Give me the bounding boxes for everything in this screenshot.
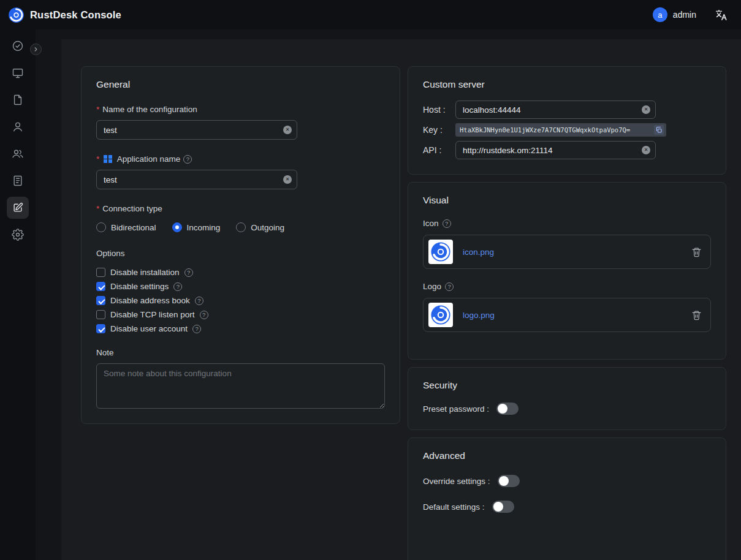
- preset-password-row: Preset password :: [423, 403, 711, 415]
- checkbox-disable-address-book[interactable]: Disable address book ?: [96, 296, 385, 305]
- default-settings-label: Default settings :: [423, 502, 485, 512]
- checkbox-disable-user-account[interactable]: Disable user account ?: [96, 324, 385, 333]
- logo-label-row: Logo ?: [423, 282, 711, 291]
- api-row: API : ✕: [423, 141, 711, 159]
- required-asterisk: [96, 204, 99, 213]
- override-settings-row: Override settings :: [423, 475, 711, 487]
- host-label: Host :: [423, 105, 455, 115]
- radio-bidirectional[interactable]: Bidirectional: [96, 222, 156, 232]
- field-label-text: Application name: [117, 154, 181, 164]
- override-settings-label: Override settings :: [423, 477, 490, 486]
- radio-icon: [172, 222, 182, 232]
- preset-password-label: Preset password :: [423, 404, 489, 414]
- sidebar-item-groups[interactable]: [7, 143, 29, 165]
- help-icon[interactable]: ?: [184, 268, 193, 277]
- file-icon: [12, 94, 24, 106]
- help-icon[interactable]: ?: [173, 282, 182, 291]
- delete-icon[interactable]: [691, 310, 702, 320]
- app-name-input[interactable]: [96, 170, 297, 189]
- sidebar-item-dashboard[interactable]: [7, 35, 29, 57]
- sidebar-item-audit-logs[interactable]: [7, 170, 29, 192]
- field-label-text: Name of the configuration: [102, 105, 197, 114]
- clear-icon[interactable]: ✕: [283, 175, 292, 184]
- security-title: Security: [423, 380, 711, 391]
- key-label: Key :: [423, 125, 455, 135]
- header: RustDesk Console a admin: [0, 0, 741, 29]
- icon-upload-box[interactable]: icon.png: [423, 235, 711, 269]
- app-title: RustDesk Console: [30, 9, 121, 21]
- sidebar-expand-button[interactable]: [30, 44, 42, 55]
- checkbox-icon: [96, 268, 105, 277]
- header-actions: a admin: [653, 7, 728, 22]
- config-name-input[interactable]: [96, 120, 297, 140]
- sidebar-item-custom-clients[interactable]: [7, 197, 29, 219]
- config-name-field: Name of the configuration ✕: [96, 105, 385, 140]
- help-icon[interactable]: ?: [195, 297, 203, 305]
- note-textarea[interactable]: [96, 363, 385, 409]
- radio-label: Bidirectional: [111, 223, 156, 232]
- default-settings-toggle[interactable]: [492, 501, 514, 513]
- radio-outgoing[interactable]: Outgoing: [236, 222, 284, 232]
- icon-label: Icon: [423, 219, 439, 228]
- logo-upload-box[interactable]: logo.png: [423, 298, 711, 332]
- clear-icon[interactable]: ✕: [283, 126, 292, 134]
- custom-server-card: Custom server Host : ✕ Key : HtaXBkJNHyn…: [408, 66, 726, 175]
- help-icon[interactable]: ?: [200, 311, 208, 319]
- required-asterisk: [96, 105, 99, 114]
- help-icon[interactable]: ?: [192, 325, 201, 333]
- clear-icon[interactable]: ✕: [642, 146, 650, 154]
- advanced-title: Advanced: [423, 450, 711, 461]
- options-list: Disable installation ? Disable settings …: [96, 268, 385, 333]
- radio-incoming[interactable]: Incoming: [172, 222, 221, 232]
- key-field[interactable]: HtaXBkJNHyn0e1U1jWXze7A7CN7QTGWqxkOtpaVp…: [455, 123, 666, 137]
- sidebar-item-settings[interactable]: [7, 224, 29, 246]
- api-input[interactable]: [455, 141, 656, 159]
- sidebar: [0, 29, 36, 560]
- avatar[interactable]: a: [653, 7, 667, 22]
- sidebar-item-documents[interactable]: [7, 89, 29, 111]
- copy-icon[interactable]: [654, 125, 664, 135]
- api-input-wrap: ✕: [455, 141, 656, 159]
- user-menu[interactable]: a admin: [653, 7, 696, 22]
- security-card: Security Preset password :: [408, 367, 726, 430]
- gear-icon: [12, 229, 24, 241]
- logo-file-link[interactable]: logo.png: [463, 311, 682, 320]
- windows-icon: [104, 155, 112, 164]
- preset-password-toggle[interactable]: [496, 403, 519, 415]
- translate-icon[interactable]: [715, 9, 728, 21]
- sidebar-item-users[interactable]: [7, 116, 29, 138]
- checkbox-icon: [96, 282, 105, 291]
- help-icon[interactable]: ?: [445, 282, 454, 291]
- checkbox-disable-settings[interactable]: Disable settings ?: [96, 282, 385, 291]
- override-settings-toggle[interactable]: [498, 475, 520, 487]
- visual-title: Visual: [423, 195, 711, 206]
- right-column: Custom server Host : ✕ Key : HtaXBkJNHyn…: [408, 66, 726, 560]
- default-settings-row: Default settings :: [423, 501, 711, 513]
- required-asterisk: [96, 154, 99, 164]
- host-row: Host : ✕: [423, 100, 711, 119]
- checkbox-disable-tcp-listen-port[interactable]: Disable TCP listen port ?: [96, 310, 385, 319]
- icon-file-link[interactable]: icon.png: [463, 248, 682, 257]
- help-icon[interactable]: ?: [443, 219, 451, 228]
- general-title: General: [96, 79, 385, 90]
- clear-icon[interactable]: ✕: [642, 105, 650, 114]
- app-name-input-wrap: ✕: [96, 170, 297, 189]
- chevron-right-icon: [32, 46, 39, 53]
- app-name-label: Application name ?: [96, 154, 385, 164]
- checkbox-label: Disable address book: [110, 296, 190, 305]
- note-label: Note: [96, 348, 385, 357]
- icon-preview: [428, 240, 453, 264]
- checkbox-disable-installation[interactable]: Disable installation ?: [96, 268, 385, 277]
- help-icon[interactable]: ?: [183, 155, 192, 164]
- delete-icon[interactable]: [691, 247, 702, 257]
- checkbox-icon: [96, 324, 105, 333]
- host-input[interactable]: [455, 100, 656, 119]
- log-book-icon: [12, 175, 24, 187]
- main-content: General Name of the configuration ✕ Appl…: [61, 39, 741, 560]
- checkbox-label: Disable installation: [110, 268, 180, 277]
- icon-label-row: Icon ?: [423, 219, 711, 228]
- config-name-label: Name of the configuration: [96, 105, 385, 114]
- sidebar-item-devices[interactable]: [7, 62, 29, 84]
- radio-icon: [236, 222, 246, 232]
- checkbox-icon: [96, 296, 105, 305]
